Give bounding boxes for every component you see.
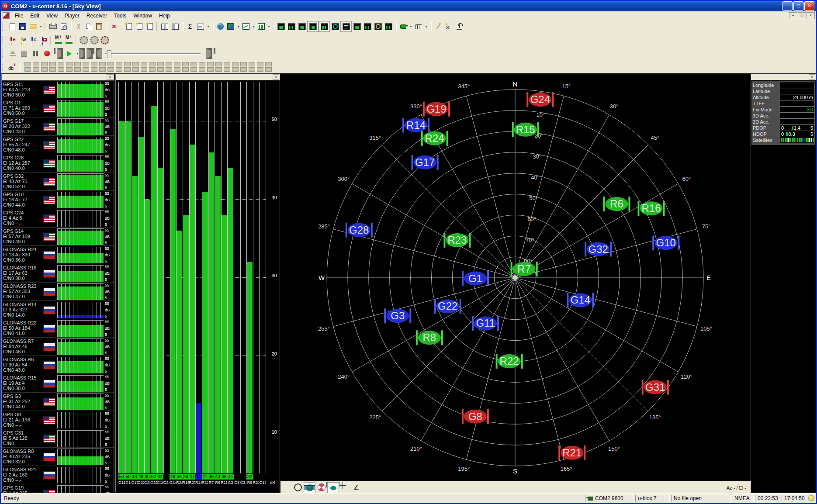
database-cell[interactable] (207, 67, 214, 72)
new-file-button[interactable] (7, 21, 17, 31)
database-cell[interactable] (149, 67, 156, 72)
database-cell[interactable] (58, 62, 64, 66)
skyview-pie-button[interactable] (316, 482, 327, 493)
database-cell[interactable] (49, 67, 56, 72)
database-cell[interactable] (199, 67, 205, 72)
playback-slider-thumb[interactable] (107, 50, 111, 58)
database-cell[interactable] (249, 62, 255, 66)
database-cell[interactable] (249, 67, 255, 72)
compass-view-button[interactable] (330, 21, 340, 31)
database-cell[interactable] (58, 67, 64, 72)
database-cell[interactable] (215, 67, 222, 72)
database-cell[interactable] (107, 67, 114, 72)
message-monitor-button[interactable] (362, 21, 373, 31)
close-button[interactable]: × (804, 1, 814, 11)
database-cell[interactable] (49, 62, 56, 66)
antenna-button[interactable] (454, 21, 464, 31)
database-cell[interactable] (199, 62, 205, 66)
database-cell[interactable] (224, 62, 230, 66)
database-cell[interactable] (132, 62, 139, 66)
chart-view-button[interactable] (241, 21, 251, 31)
dropdown-arrow-icon[interactable]: ▼ (206, 21, 211, 31)
data-dock-close-icon[interactable]: × (809, 74, 815, 80)
warm-start-button[interactable] (17, 35, 28, 45)
database-cell[interactable] (257, 62, 263, 66)
menu-window[interactable]: Window (130, 12, 156, 19)
player-play-button[interactable] (64, 48, 75, 59)
database-cell[interactable] (91, 62, 97, 66)
google-earth-button[interactable] (215, 21, 225, 31)
print-button[interactable] (48, 21, 58, 31)
database-cell[interactable] (157, 62, 164, 66)
database-cell[interactable] (132, 67, 139, 72)
camera-view-button[interactable] (276, 21, 286, 31)
skyview-az-el-button[interactable] (351, 482, 362, 493)
split-horizontal-button[interactable] (159, 21, 170, 31)
database-cell[interactable] (157, 67, 164, 72)
player-record-button[interactable] (41, 48, 52, 59)
skyview-compass-button[interactable] (339, 482, 350, 493)
clear-config-button[interactable] (100, 35, 110, 45)
histogram-dock-button[interactable] (318, 21, 330, 32)
toolbar-grip[interactable] (2, 22, 5, 31)
maximize-button[interactable]: □ (793, 1, 803, 11)
database-cell[interactable] (83, 62, 89, 66)
dropdown-arrow-icon[interactable]: ▼ (251, 21, 256, 31)
docking-view-button[interactable] (297, 21, 307, 31)
cut-button[interactable] (73, 21, 83, 31)
database-cell[interactable] (232, 67, 239, 72)
database-cell[interactable] (107, 62, 114, 66)
database-cell[interactable] (116, 62, 122, 66)
menu-file[interactable]: File (11, 12, 27, 19)
database-cell[interactable] (174, 62, 180, 66)
database-cell[interactable] (83, 67, 89, 72)
save-config-button[interactable] (79, 35, 89, 45)
database-cell[interactable] (257, 67, 263, 72)
satellite-list-close-icon[interactable]: × (107, 74, 113, 80)
player-eject-button[interactable] (7, 48, 18, 59)
database-cell[interactable] (66, 62, 73, 66)
sum-messages-button[interactable] (185, 21, 195, 31)
database-cell[interactable] (166, 67, 172, 72)
split-vertical-button[interactable] (170, 21, 180, 31)
menu-view[interactable]: View (43, 12, 61, 19)
menu-edit[interactable]: Edit (27, 12, 43, 19)
skyview-world-button[interactable] (304, 482, 315, 494)
histogram-view-button[interactable] (256, 21, 267, 31)
database-cell[interactable] (124, 67, 131, 72)
menu-receiver[interactable]: Receiver (83, 12, 111, 19)
dropdown-arrow-icon[interactable]: ▼ (38, 21, 43, 31)
sky-view-btn-button[interactable] (352, 21, 362, 31)
log-file-new-button[interactable] (124, 21, 134, 31)
table-view-button[interactable] (307, 21, 318, 32)
log-file-time-button[interactable] (134, 21, 145, 31)
database-cell[interactable] (99, 67, 106, 72)
connect-button[interactable] (398, 21, 408, 31)
database-cell[interactable] (141, 62, 147, 66)
map-view-button[interactable] (225, 21, 236, 31)
deviation-map-button[interactable] (286, 21, 297, 31)
child-minimize-button[interactable]: – (789, 12, 797, 19)
menu-tools[interactable]: Tools (111, 12, 130, 19)
receiver-restart-button[interactable] (38, 35, 49, 45)
database-cell[interactable] (240, 62, 247, 66)
toolbar-grip[interactable] (2, 62, 5, 71)
database-cell[interactable] (190, 62, 197, 66)
message-view-button[interactable] (195, 21, 206, 31)
save-button[interactable] (17, 21, 28, 31)
toolbar-grip[interactable] (2, 49, 5, 58)
cold-start-button[interactable] (28, 35, 38, 45)
database-cell[interactable] (182, 67, 189, 72)
menu-player[interactable]: Player (61, 12, 83, 19)
skyview-circle-button[interactable] (292, 482, 303, 493)
database-cell[interactable] (265, 62, 272, 66)
skyview-satellite-button[interactable] (327, 482, 339, 494)
database-cell[interactable] (207, 62, 214, 66)
dropdown-arrow-icon[interactable]: ▼ (408, 21, 413, 31)
autobaud-button[interactable] (53, 35, 64, 45)
database-button[interactable] (7, 62, 17, 72)
database-cell[interactable] (33, 62, 39, 66)
database-cell[interactable] (174, 67, 180, 72)
open-button[interactable] (28, 21, 38, 31)
database-cell[interactable] (265, 67, 272, 72)
